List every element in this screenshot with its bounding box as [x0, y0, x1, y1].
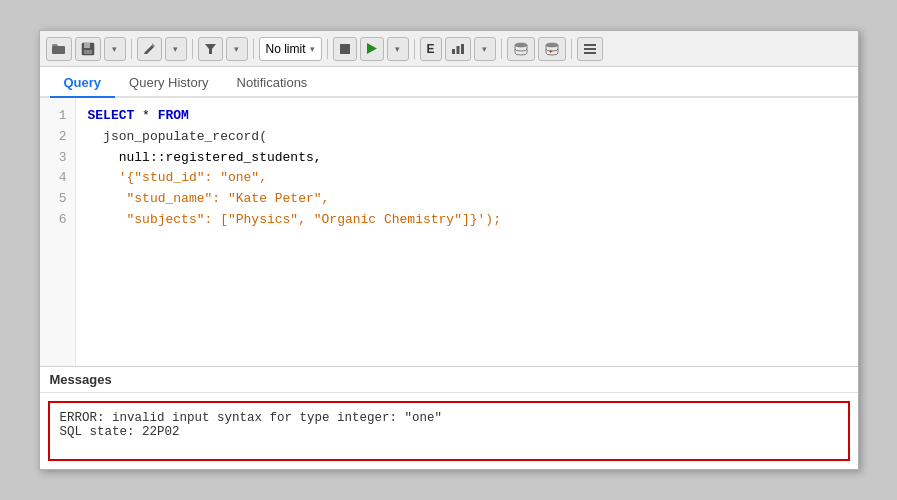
svg-rect-15 — [584, 52, 596, 54]
svg-rect-2 — [84, 43, 90, 48]
save-dropdown-btn[interactable]: ▾ — [104, 37, 126, 61]
sep3 — [253, 39, 254, 59]
tab-query-history[interactable]: Query History — [115, 67, 222, 98]
menu-btn[interactable] — [577, 37, 603, 61]
svg-rect-8 — [456, 46, 459, 54]
line-num-2: 2 — [40, 127, 75, 148]
line-num-5: 5 — [40, 189, 75, 210]
svg-rect-5 — [340, 44, 350, 54]
code-line-1: SELECT * FROM — [88, 106, 846, 127]
run-btn[interactable] — [360, 37, 384, 61]
code-line-5: "stud_name": "Kate Peter", — [88, 189, 846, 210]
svg-point-11 — [546, 43, 558, 47]
sep7 — [571, 39, 572, 59]
line-num-3: 3 — [40, 148, 75, 169]
run-dropdown-btn[interactable]: ▾ — [387, 37, 409, 61]
sep6 — [501, 39, 502, 59]
stop-btn[interactable] — [333, 37, 357, 61]
explain-btn[interactable]: E — [420, 37, 442, 61]
limit-label: No limit — [266, 42, 306, 56]
line-numbers: 1 2 3 4 5 6 — [40, 98, 76, 366]
tab-notifications[interactable]: Notifications — [223, 67, 322, 98]
tab-query[interactable]: Query — [50, 67, 116, 98]
error-line-2: SQL state: 22P02 — [60, 425, 838, 439]
messages-header: Messages — [40, 367, 858, 393]
svg-rect-3 — [84, 50, 92, 54]
messages-content: ERROR: invalid input syntax for type int… — [48, 401, 850, 461]
code-line-6: "subjects": ["Physics", "Organic Chemist… — [88, 210, 846, 231]
chart-btn[interactable] — [445, 37, 471, 61]
db1-btn[interactable] — [507, 37, 535, 61]
filter-btn[interactable] — [198, 37, 223, 61]
svg-rect-7 — [452, 49, 455, 54]
chart-dropdown-btn[interactable]: ▾ — [474, 37, 496, 61]
svg-marker-4 — [205, 44, 216, 54]
svg-rect-0 — [52, 46, 65, 54]
sep1 — [131, 39, 132, 59]
editor: 1 2 3 4 5 6 SELECT * FROM json_populate_… — [40, 98, 858, 366]
edit-dropdown-btn[interactable]: ▾ — [165, 37, 187, 61]
edit-btn[interactable] — [137, 37, 162, 61]
toolbar: ▾ ▾ ▾ No limit ▾ ▾ E ▾ — [40, 31, 858, 67]
tabs-bar: Query Query History Notifications — [40, 67, 858, 98]
error-line-1: ERROR: invalid input syntax for type int… — [60, 411, 838, 425]
filter-dropdown-btn[interactable]: ▾ — [226, 37, 248, 61]
svg-rect-9 — [461, 44, 464, 54]
sep4 — [327, 39, 328, 59]
limit-chevron: ▾ — [310, 44, 315, 54]
save-btn[interactable] — [75, 37, 101, 61]
svg-text:+: + — [549, 48, 553, 54]
svg-marker-6 — [367, 43, 377, 54]
main-window: ▾ ▾ ▾ No limit ▾ ▾ E ▾ — [39, 30, 859, 470]
svg-point-10 — [515, 43, 527, 47]
svg-rect-14 — [584, 48, 596, 50]
folder-btn[interactable] — [46, 37, 72, 61]
code-line-3: null::registered_students, — [88, 148, 846, 169]
sep2 — [192, 39, 193, 59]
sep5 — [414, 39, 415, 59]
line-num-6: 6 — [40, 210, 75, 231]
code-line-2: json_populate_record( — [88, 127, 846, 148]
messages-panel: Messages ERROR: invalid input syntax for… — [40, 366, 858, 469]
code-editor[interactable]: SELECT * FROM json_populate_record( null… — [76, 98, 858, 366]
db2-btn[interactable]: + — [538, 37, 566, 61]
limit-dropdown[interactable]: No limit ▾ — [259, 37, 322, 61]
line-num-1: 1 — [40, 106, 75, 127]
code-line-4: '{"stud_id": "one", — [88, 168, 846, 189]
svg-rect-13 — [584, 44, 596, 46]
line-num-4: 4 — [40, 168, 75, 189]
